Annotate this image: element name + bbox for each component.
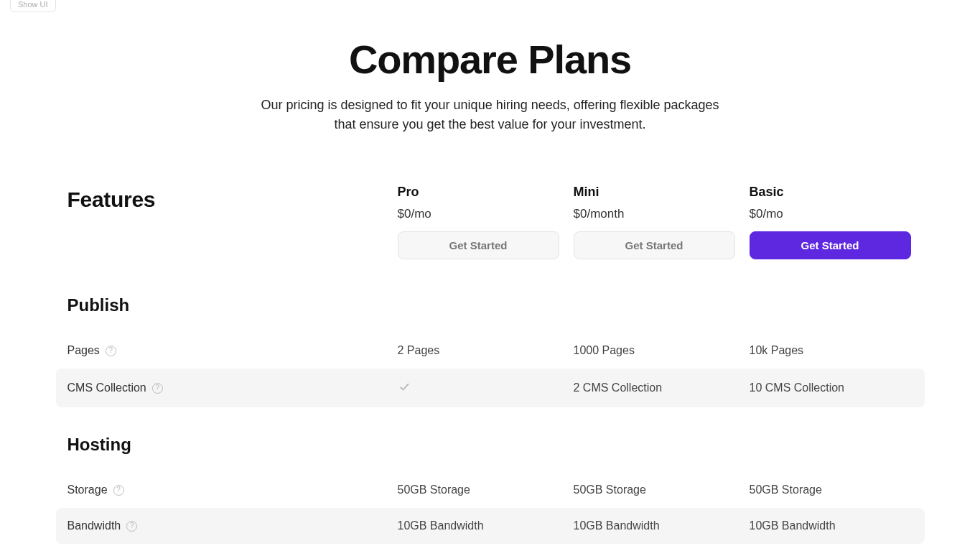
feature-label: Pages? — [67, 344, 398, 357]
plan-column-basic: Basic$0/moGet Started — [750, 185, 925, 259]
feature-cell: 10GB Bandwidth — [750, 519, 925, 532]
feature-row: Pages?2 Pages1000 Pages10k Pages — [56, 333, 925, 369]
feature-label-text: Bandwidth — [67, 519, 121, 532]
feature-cell — [398, 380, 574, 396]
feature-label: CMS Collection? — [67, 381, 398, 394]
section-title: Hosting — [56, 435, 925, 455]
plan-column-mini: Mini$0/monthGet Started — [574, 185, 750, 259]
feature-row: Bandwidth?10GB Bandwidth10GB Bandwidth10… — [56, 508, 925, 544]
feature-cell: 50GB Storage — [398, 483, 574, 496]
plans-header-row: Features Pro$0/moGet StartedMini$0/month… — [56, 185, 925, 259]
feature-label-text: Pages — [67, 344, 100, 357]
get-started-button[interactable]: Get Started — [398, 231, 559, 259]
help-icon[interactable]: ? — [126, 521, 137, 532]
feature-label: Bandwidth? — [67, 519, 398, 532]
plan-price: $0/mo — [750, 207, 918, 221]
feature-cell: 50GB Storage — [574, 483, 750, 496]
feature-label-text: CMS Collection — [67, 381, 146, 394]
help-icon[interactable]: ? — [113, 485, 124, 496]
plan-name: Basic — [750, 185, 918, 200]
feature-cell: 10GB Bandwidth — [574, 519, 750, 532]
feature-cell: 1000 Pages — [574, 344, 750, 357]
plan-name: Mini — [574, 185, 742, 200]
features-heading: Features — [67, 185, 398, 212]
feature-label: Storage? — [67, 483, 398, 496]
feature-label-text: Storage — [67, 483, 108, 496]
plan-name: Pro — [398, 185, 566, 200]
feature-cell: 10k Pages — [750, 344, 925, 357]
help-icon[interactable]: ? — [152, 383, 163, 394]
feature-cell: 50GB Storage — [750, 483, 925, 496]
show-ui-chip[interactable]: Show UI — [10, 0, 56, 12]
get-started-button[interactable]: Get Started — [574, 231, 735, 259]
feature-cell: 2 Pages — [398, 344, 574, 357]
plan-price: $0/month — [574, 207, 742, 221]
plan-column-pro: Pro$0/moGet Started — [398, 185, 574, 259]
help-icon[interactable]: ? — [106, 346, 116, 356]
page-subtitle: Our pricing is designed to fit your uniq… — [253, 96, 727, 134]
check-icon — [398, 383, 411, 395]
feature-cell: 10GB Bandwidth — [398, 519, 574, 532]
feature-cell: 10 CMS Collection — [750, 381, 925, 394]
feature-row: CMS Collection?2 CMS Collection10 CMS Co… — [56, 369, 925, 407]
feature-row: Storage?50GB Storage50GB Storage50GB Sto… — [56, 472, 925, 508]
page-title: Compare Plans — [56, 36, 925, 83]
plan-price: $0/mo — [398, 207, 566, 221]
get-started-button[interactable]: Get Started — [750, 231, 911, 259]
feature-cell: 2 CMS Collection — [574, 381, 750, 394]
section-title: Publish — [56, 295, 925, 315]
